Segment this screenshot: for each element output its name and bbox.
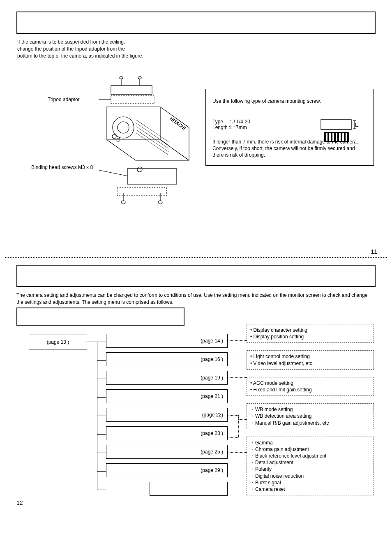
intro-line: bottom to the top of the camera, as indi…	[17, 53, 143, 60]
camera-illustration: HITACHI	[99, 74, 201, 206]
mount-screw-box: Use the following type of camera mountin…	[205, 89, 374, 166]
svg-rect-26	[117, 187, 166, 196]
svg-rect-35	[342, 133, 344, 141]
svg-point-25	[158, 201, 162, 204]
page-11: If the camera is to be suspended from th…	[0, 0, 392, 255]
svg-point-4	[138, 76, 141, 79]
connector-icon	[97, 342, 106, 342]
svg-rect-32	[332, 133, 334, 141]
dotted-connector-icon	[228, 415, 238, 416]
svg-line-15	[136, 123, 168, 145]
connector-icon	[97, 379, 106, 379]
svg-line-17	[136, 130, 168, 152]
detail-line: ・WB detection area setting	[250, 413, 370, 419]
submenu-page-ref: (page 29 )	[201, 467, 223, 473]
svg-text:L: L	[355, 122, 359, 128]
svg-line-18	[136, 133, 168, 155]
detail-line: • Display position setting	[250, 333, 370, 340]
main-menu-label-box	[16, 308, 184, 326]
svg-rect-28	[321, 120, 351, 130]
submenu-box: (page 25 )	[106, 445, 228, 459]
detail-line: ・Gamma	[250, 439, 370, 446]
submenu-box: (page 29 )	[106, 463, 228, 477]
submenu-page-ref: (page 23 )	[201, 430, 223, 436]
detail-line: • Video level adjustment, etc.	[250, 360, 370, 367]
dotted-connector-icon	[238, 415, 239, 437]
label-binding-screws: Binding head screws M3 x 8	[31, 164, 93, 170]
side-detail-box: • Display character setting • Display po…	[247, 324, 374, 343]
svg-rect-20	[127, 169, 177, 184]
dotted-connector-icon	[238, 419, 247, 420]
mount-type-value: :U 1/4-20	[230, 119, 250, 125]
svg-rect-31	[329, 133, 331, 141]
detail-line: • Light control mode setting	[250, 353, 370, 360]
dotted-connector-icon	[228, 452, 247, 453]
svg-point-11	[118, 122, 129, 133]
section-title-bar	[16, 265, 376, 287]
main-menu-page-ref: (page 13 )	[47, 339, 69, 345]
connector-icon	[97, 471, 106, 472]
svg-text:HITACHI: HITACHI	[169, 116, 187, 131]
submenu-box: (page 16 )	[106, 352, 228, 366]
section-title-bar	[16, 12, 376, 34]
submenu-column: (page 14 ) (page 16 ) (page 19 ) (page 2…	[106, 334, 228, 500]
main-menu-page-box: (page 13 )	[29, 335, 87, 349]
svg-line-14	[136, 120, 168, 142]
submenu-box: (page 22)	[106, 408, 228, 422]
detail-line: ・Digital noise reduction	[250, 473, 370, 479]
connector-icon	[97, 434, 106, 435]
svg-point-13	[117, 138, 120, 141]
svg-rect-30	[326, 133, 327, 141]
submenu-box: (page 23 )	[106, 426, 228, 440]
detail-line: • AGC mode setting	[250, 380, 370, 386]
page-12: The camera setting and adjustments can b…	[0, 255, 392, 555]
mount-length-label: Length	[212, 125, 228, 130]
svg-line-27	[99, 168, 127, 176]
connector-icon	[97, 416, 106, 416]
dotted-connector-icon	[228, 340, 247, 341]
submenu-box: (page 19 )	[106, 371, 228, 385]
menu-description: The camera setting and adjustments can b…	[16, 292, 376, 306]
svg-point-23	[121, 201, 125, 204]
detail-line: ・Manual R/B gain adjustments, etc	[250, 420, 370, 426]
detail-line: ・Detail adjustment	[250, 459, 370, 466]
label-tripod-adaptor: Tripod adaptor	[48, 97, 80, 102]
svg-line-8	[160, 140, 189, 160]
intro-line: If the camera is to be suspended from th…	[17, 39, 143, 46]
dotted-connector-icon	[228, 359, 247, 359]
submenu-box	[150, 482, 228, 496]
side-detail-box: • AGC mode setting • Fixed and limit gai…	[247, 377, 374, 396]
connector-icon	[97, 490, 106, 490]
page-number: 12	[16, 500, 23, 506]
page-number: 11	[371, 248, 377, 255]
detail-line: • Fixed and limit gain setting	[250, 386, 370, 393]
detail-line: ・Burst signal	[250, 479, 370, 486]
detail-line: • Display character setting	[250, 327, 370, 333]
svg-point-10	[113, 117, 134, 138]
submenu-page-ref: (page 16 )	[201, 356, 223, 362]
svg-rect-5	[111, 95, 154, 104]
screw-icon: L	[316, 118, 361, 147]
svg-point-21	[137, 167, 142, 172]
mount-type-label: Type	[212, 119, 223, 125]
connector-icon	[97, 360, 106, 361]
svg-line-16	[136, 127, 168, 148]
intro-line: change the position of the tripod adapto…	[17, 46, 143, 53]
submenu-box: (page 14 )	[106, 334, 228, 348]
svg-rect-33	[336, 133, 337, 141]
side-detail-box: ・WB mode setting ・WB detection area sett…	[247, 403, 374, 429]
dotted-connector-icon	[228, 471, 247, 471]
svg-rect-0	[111, 86, 152, 95]
svg-rect-34	[339, 133, 341, 141]
dotted-connector-icon	[228, 377, 247, 378]
detail-line: ・Chroma gain adjustment	[250, 446, 370, 453]
svg-point-12	[112, 134, 116, 139]
submenu-page-ref: (page 21 )	[201, 393, 223, 399]
submenu-page-ref: (page 22)	[202, 412, 223, 418]
side-detail-column: • Display character setting • Display po…	[247, 324, 374, 503]
mount-pre: Use the following type of camera mountin…	[212, 98, 367, 104]
submenu-page-ref: (page 19 )	[201, 375, 223, 381]
dotted-connector-icon	[228, 437, 238, 438]
detail-line: ・Polarity	[250, 466, 370, 472]
detail-line: ・WB mode setting	[250, 406, 370, 413]
